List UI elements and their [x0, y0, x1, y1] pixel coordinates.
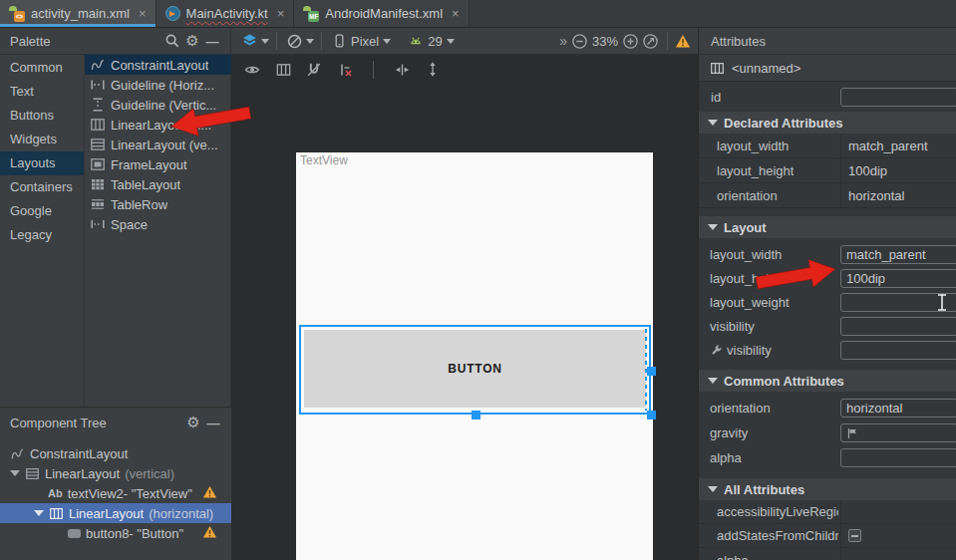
- design-surface: TextView BUTTON: [231, 55, 698, 560]
- selection-handle-bottom-center[interactable]: [472, 411, 480, 420]
- pack-horizontally-icon[interactable]: [392, 60, 412, 80]
- space-icon: [90, 216, 106, 232]
- attr-value[interactable]: [840, 500, 956, 523]
- tab-androidmanifest-xml[interactable]: MF AndroidManifest.xml ×: [294, 0, 469, 27]
- gravity-input[interactable]: [840, 423, 956, 442]
- palette-item-tablerow[interactable]: TableRow: [85, 194, 231, 214]
- palette-item-guideline-horizontal[interactable]: Guideline (Horiz...: [85, 75, 231, 95]
- palette-category-layouts[interactable]: Layouts: [0, 151, 84, 175]
- linearlayout-vertical-icon: [90, 137, 106, 152]
- palette-settings-gear-icon[interactable]: ⚙: [182, 31, 202, 51]
- device-selector[interactable]: Pixel: [351, 34, 379, 49]
- palette-item-tablelayout[interactable]: TableLayout: [85, 174, 231, 194]
- layout-weight-input[interactable]: [840, 293, 956, 312]
- chevron-down-icon[interactable]: [447, 39, 455, 44]
- selection-handle-bottom-right[interactable]: [647, 411, 656, 420]
- close-icon[interactable]: ×: [452, 6, 460, 21]
- section-layout[interactable]: Layout: [699, 216, 956, 238]
- search-icon[interactable]: [162, 31, 182, 51]
- palette-category-buttons[interactable]: Buttons: [0, 104, 84, 128]
- palette-item-space[interactable]: Space: [85, 214, 231, 234]
- attr-row-addstatesfromchildren: addStatesFromChildren: [699, 524, 956, 548]
- toolbar-overflow-chevrons[interactable]: »: [559, 33, 566, 49]
- component-tree-minimize-icon[interactable]: —: [203, 413, 223, 432]
- section-all-attributes[interactable]: All Attributes: [699, 478, 956, 500]
- textview-widget[interactable]: TextView: [300, 153, 348, 167]
- attr-row-layout-height: layout_height 100dip: [699, 158, 956, 183]
- zoom-level-value: 33%: [592, 34, 618, 49]
- tree-node-linearlayout-horizontal[interactable]: LinearLayout(horizontal): [0, 503, 231, 523]
- attributes-title: Attributes: [711, 34, 766, 49]
- blueprint-mode-icon[interactable]: [273, 60, 293, 80]
- palette-category-text[interactable]: Text: [0, 80, 84, 104]
- flag-icon: [846, 427, 858, 439]
- layout-width-input[interactable]: match_parent: [840, 245, 956, 264]
- id-input[interactable]: [840, 88, 956, 107]
- component-tree-gear-icon[interactable]: ⚙: [183, 413, 203, 432]
- palette-category-containers[interactable]: Containers: [0, 175, 84, 199]
- palette-item-linearlayout-horizontal[interactable]: LinearLayout (h...: [85, 115, 231, 135]
- layout-height-input[interactable]: 100dip: [840, 269, 956, 288]
- selected-linearlayout-bounds[interactable]: BUTTON: [299, 325, 651, 415]
- view-options-eye-icon[interactable]: [242, 60, 262, 80]
- tree-node-linearlayout-vertical[interactable]: LinearLayout(vertical): [0, 463, 231, 483]
- zoom-in-icon[interactable]: [620, 31, 640, 51]
- palette-header: Palette ⚙ —: [0, 28, 231, 54]
- orientation-input[interactable]: horizontal: [840, 399, 956, 418]
- warning-icon[interactable]: [675, 34, 690, 48]
- close-icon[interactable]: ×: [277, 6, 285, 21]
- tab-mainactivity-kt[interactable]: MainActivity.kt ×: [157, 0, 295, 27]
- attr-value[interactable]: 100dip: [840, 158, 956, 182]
- tree-node-button8[interactable]: button8- "Button": [0, 523, 231, 543]
- theme-icon[interactable]: [284, 31, 304, 51]
- palette-item-framelayout[interactable]: FrameLayout: [85, 154, 231, 174]
- section-declared-attributes[interactable]: Declared Attributes: [699, 112, 956, 134]
- palette-item-guideline-vertical[interactable]: Guideline (Vertic...: [85, 95, 231, 115]
- attr-row-layout-width: layout_width match_parent: [699, 134, 956, 158]
- attr-row-layout-width: layout_width match_parent: [699, 242, 956, 266]
- chevron-down-icon: [708, 486, 718, 492]
- palette-item-constraintlayout[interactable]: ConstraintLayout: [85, 55, 231, 75]
- palette-category-widgets[interactable]: Widgets: [0, 128, 84, 151]
- selection-handle-right-middle[interactable]: [647, 367, 656, 376]
- button-widget[interactable]: BUTTON: [304, 330, 646, 408]
- attr-value[interactable]: horizontal: [840, 183, 956, 207]
- chevron-down-icon[interactable]: [261, 39, 269, 44]
- attr-value[interactable]: [840, 524, 956, 547]
- autoconnect-off-magnet-icon[interactable]: [304, 60, 324, 80]
- attr-value[interactable]: match_parent: [840, 134, 956, 157]
- chevron-down-icon[interactable]: [383, 39, 391, 44]
- expand-collapse-icon[interactable]: [10, 470, 20, 476]
- design-surface-toolbar: [231, 55, 698, 84]
- layers-icon[interactable]: [239, 31, 259, 51]
- attr-row-orientation: orientation horizontal: [699, 396, 956, 420]
- linearlayout-horizontal-icon: [49, 506, 64, 521]
- palette-category-google[interactable]: Google: [0, 199, 84, 223]
- palette-category-common[interactable]: Common: [0, 56, 84, 80]
- palette-category-list: Common Text Buttons Widgets Layouts Cont…: [0, 56, 84, 247]
- palette-minimize-icon[interactable]: —: [202, 31, 222, 51]
- attr-value[interactable]: [840, 548, 956, 560]
- close-icon[interactable]: ×: [139, 6, 147, 21]
- zoom-out-icon[interactable]: [570, 31, 590, 51]
- tools-visibility-input[interactable]: [840, 341, 956, 360]
- tablerow-icon: [90, 196, 106, 212]
- clear-constraints-icon[interactable]: [335, 60, 355, 80]
- api-level-selector[interactable]: 29: [428, 34, 442, 49]
- tree-node-textview2[interactable]: Ab textView2- "TextView": [0, 483, 231, 503]
- wrench-icon: [710, 344, 723, 357]
- constraintlayout-icon: [10, 446, 25, 461]
- zoom-to-fit-icon[interactable]: [640, 31, 660, 51]
- chevron-down-icon[interactable]: [306, 39, 314, 44]
- visibility-input[interactable]: [840, 317, 956, 336]
- design-toolbar: Pixel 29 » 33%: [231, 28, 698, 54]
- section-common-attributes[interactable]: Common Attributes: [699, 370, 956, 392]
- expand-collapse-icon[interactable]: [34, 510, 44, 516]
- palette-category-legacy[interactable]: Legacy: [0, 223, 84, 247]
- palette-item-linearlayout-vertical[interactable]: LinearLayout (ve...: [85, 135, 231, 154]
- alpha-input[interactable]: [840, 448, 956, 467]
- tree-node-constraintlayout[interactable]: ConstraintLayout: [0, 443, 231, 463]
- expand-vertically-icon[interactable]: [423, 60, 443, 80]
- checkbox-indeterminate-icon[interactable]: [848, 529, 861, 542]
- tab-activity-main-xml[interactable]: <> activity_main.xml ×: [0, 0, 157, 27]
